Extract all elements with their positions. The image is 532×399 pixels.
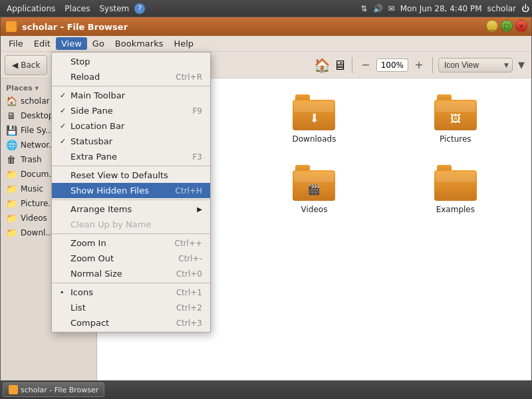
filesystem-icon: 💾: [6, 125, 17, 136]
separator-4: [52, 233, 210, 234]
back-label: Back: [21, 61, 40, 70]
username-display: scholar: [487, 4, 516, 13]
sidebar-label-scholar: scholar: [21, 96, 49, 106]
back-button[interactable]: ◀ Back: [5, 55, 47, 75]
videos-icon: 📁: [6, 213, 17, 223]
zoom-out-button[interactable]: −: [358, 57, 374, 73]
menu-main-toolbar[interactable]: ✓ Main Toolbar: [52, 88, 210, 103]
view-mode-select[interactable]: Icon View List View Compact View: [438, 58, 513, 72]
file-item-pictures[interactable]: 🖼 Pictures: [390, 89, 521, 149]
list-label: List: [70, 303, 176, 313]
sidebar-label-trash: Trash: [21, 155, 42, 164]
sidebar-label-videos: Videos: [21, 213, 47, 223]
title-bar: scholar - File Browser _ □ ✕: [1, 17, 531, 36]
separator-2: [52, 166, 210, 166]
statusbar-label: Statusbar: [70, 136, 202, 146]
desktop-icon: 🖥: [6, 110, 17, 121]
menu-stop[interactable]: Stop: [52, 54, 210, 69]
menu-zoom-out[interactable]: Zoom Out Ctrl+-: [52, 251, 210, 266]
close-button[interactable]: ✕: [515, 20, 527, 32]
menu-extra-pane[interactable]: Extra Pane F3: [52, 149, 210, 164]
menu-location-bar[interactable]: ✓ Location Bar: [52, 118, 210, 134]
statusbar-check: ✓: [60, 137, 70, 146]
extra-pane-label: Extra Pane: [70, 152, 192, 162]
zoom-in-label: Zoom In: [70, 238, 175, 248]
datetime-display: Mon Jun 28, 4:40 PM: [400, 4, 482, 13]
system-menu[interactable]: System: [95, 3, 133, 15]
normal-size-shortcut: Ctrl+0: [176, 269, 202, 279]
computer-icon[interactable]: 🖥: [333, 57, 346, 73]
home-folder-icon[interactable]: 🏠: [314, 57, 331, 73]
help-icon[interactable]: ?: [134, 3, 145, 14]
menu-compact[interactable]: Compact Ctrl+3: [52, 315, 210, 331]
file-browser-window: scholar - File Browser _ □ ✕ File Edit V…: [0, 17, 532, 384]
system-panel: Applications Places System ? ⇅ 🔊 ✉ Mon J…: [0, 0, 532, 17]
menu-reset-view[interactable]: Reset View to Defaults: [52, 168, 210, 183]
cleanup-label: Clean Up by Name: [70, 219, 202, 229]
bookmarks-menu[interactable]: Bookmarks: [110, 37, 169, 50]
zoom-in-shortcut: Ctrl++: [175, 239, 202, 248]
back-icon: ◀: [12, 61, 18, 70]
separator-5: [52, 283, 210, 283]
file-item-videos[interactable]: 🎬 Videos: [249, 160, 379, 219]
panel-apps: Applications Places System ?: [3, 3, 145, 15]
minimize-button[interactable]: _: [486, 20, 498, 32]
menu-icons[interactable]: • Icons Ctrl+1: [52, 285, 210, 300]
menu-side-pane[interactable]: ✓ Side Pane F9: [52, 103, 210, 118]
maximize-button[interactable]: □: [501, 20, 513, 32]
show-hidden-label: Show Hidden Files: [70, 186, 176, 196]
menu-bar: File Edit View Go Bookmarks Help: [1, 36, 531, 52]
toolbar-separator: [352, 57, 352, 73]
taskbar-window-button[interactable]: scholar - File Browser: [3, 382, 104, 397]
help-menu[interactable]: Help: [168, 37, 199, 50]
menu-statusbar[interactable]: ✓ Statusbar: [52, 134, 210, 149]
side-pane-check: ✓: [60, 106, 70, 115]
volume-icon[interactable]: 🔊: [373, 4, 383, 13]
toolbar-right: 🏠 🖥 − 100% + Icon View List View Compact…: [314, 57, 527, 73]
menu-normal-size[interactable]: Normal Size Ctrl+0: [52, 266, 210, 281]
zoom-in-button[interactable]: +: [411, 57, 427, 73]
power-icon[interactable]: ⏻: [521, 4, 529, 13]
main-toolbar-label: Main Toolbar: [70, 90, 202, 100]
places-menu[interactable]: Places: [61, 3, 94, 15]
menu-list[interactable]: List Ctrl+2: [52, 300, 210, 315]
window-icon: [6, 21, 17, 32]
arrange-arrow: ▶: [197, 205, 202, 213]
folder-icon-examples: [434, 165, 477, 201]
compact-label: Compact: [70, 318, 176, 328]
side-pane-shortcut: F9: [192, 106, 202, 116]
side-pane-label: Side Pane: [70, 106, 192, 116]
menu-show-hidden[interactable]: Show Hidden Files Ctrl+H: [52, 183, 210, 198]
menu-reload[interactable]: Reload Ctrl+R: [52, 69, 210, 84]
stop-label: Stop: [70, 57, 202, 66]
documents-icon: 📁: [6, 169, 17, 180]
normal-size-label: Normal Size: [70, 269, 176, 279]
go-menu[interactable]: Go: [87, 37, 110, 50]
taskbar-window-label: scholar - File Browser: [21, 386, 98, 394]
menu-arrange-items[interactable]: Arrange Items ▶: [52, 201, 210, 217]
sidebar-label-pictures: Picture...: [21, 199, 56, 208]
view-menu[interactable]: View: [56, 37, 87, 50]
extra-options-button[interactable]: ▼: [515, 59, 527, 71]
zoom-out-shortcut: Ctrl+-: [178, 254, 202, 263]
network-icon: 🌐: [6, 140, 17, 150]
reload-shortcut: Ctrl+R: [176, 72, 202, 82]
zoom-level: 100%: [376, 59, 408, 72]
file-item-examples[interactable]: Examples: [390, 160, 521, 219]
menu-zoom-in[interactable]: Zoom In Ctrl++: [52, 235, 210, 251]
location-bar-label: Location Bar: [70, 121, 202, 131]
list-shortcut: Ctrl+2: [176, 303, 202, 313]
view-mode-select-wrap: Icon View List View Compact View: [438, 58, 513, 72]
applications-menu[interactable]: Applications: [3, 3, 59, 15]
file-item-downloads[interactable]: ⬇ Downloads: [249, 89, 379, 149]
arrange-label: Arrange Items: [70, 204, 197, 214]
mail-icon[interactable]: ✉: [388, 4, 395, 13]
edit-menu[interactable]: Edit: [29, 37, 56, 50]
icons-shortcut: Ctrl+1: [176, 288, 202, 297]
icons-label: Icons: [70, 287, 176, 297]
folder-icon-videos: 🎬: [293, 165, 335, 201]
file-menu[interactable]: File: [3, 37, 29, 50]
pictures-icon: 📁: [6, 198, 17, 209]
location-bar-check: ✓: [60, 122, 70, 130]
view-dropdown-menu: Stop Reload Ctrl+R ✓ Main Toolbar ✓ Side…: [51, 52, 211, 332]
